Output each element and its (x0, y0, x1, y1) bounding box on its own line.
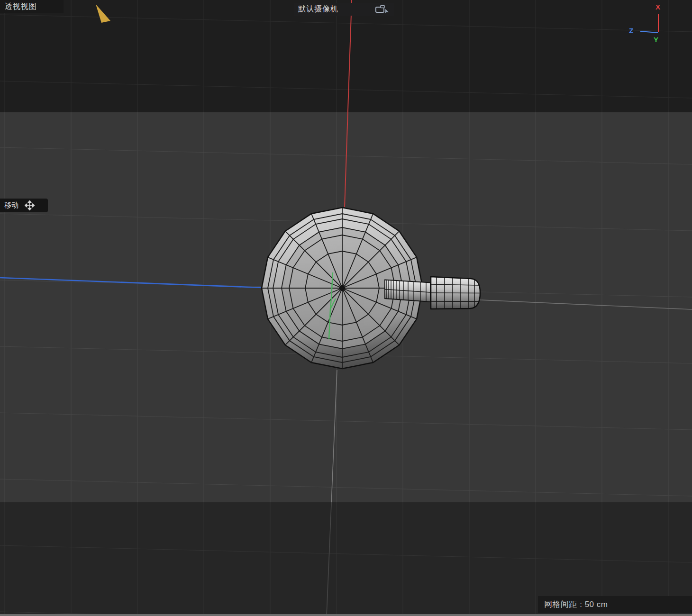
viewport-canvas[interactable] (0, 0, 692, 616)
viewport-bottom-edge (0, 614, 692, 616)
gizmo-x-label: X (656, 3, 660, 11)
gizmo-y-label: Y (654, 36, 658, 44)
grid-spacing-label: 网格间距 : 50 cm (538, 596, 692, 613)
camera-icon[interactable] (375, 5, 390, 14)
active-tool-indicator[interactable]: 移动 (0, 199, 48, 212)
move-icon (25, 200, 35, 210)
camera-name-label: 默认摄像机 (298, 4, 338, 14)
gizmo-z-label: Z (629, 27, 633, 35)
view-mode-label[interactable]: 透视视图 (0, 0, 64, 13)
viewport-window: { "viewport": { "view_label": "透视视图", "c… (0, 0, 692, 616)
tool-name-label: 移动 (4, 201, 18, 210)
camera-selector[interactable]: 默认摄像机 (294, 3, 394, 16)
